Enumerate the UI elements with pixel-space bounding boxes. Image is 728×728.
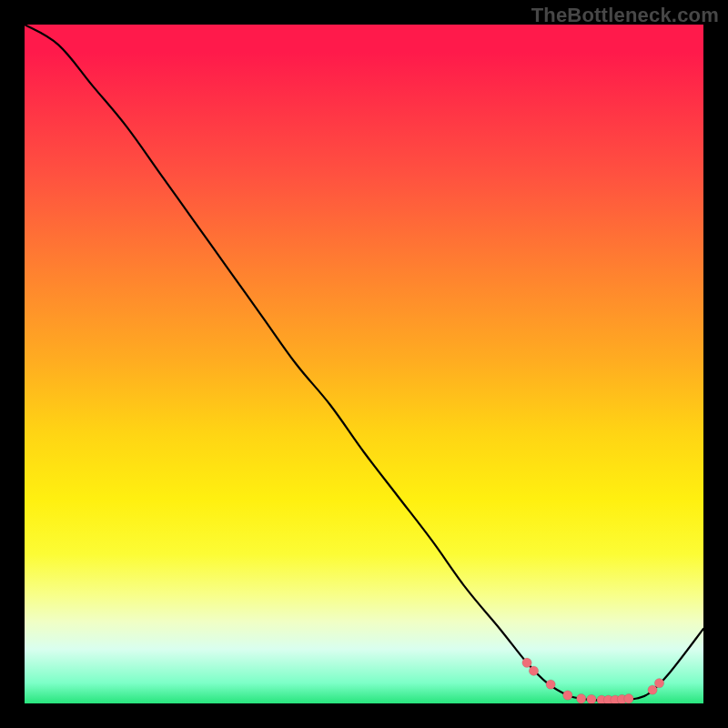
marker-dot	[624, 694, 633, 703]
marker-dot	[563, 691, 572, 700]
chart-frame: TheBottleneck.com	[0, 0, 728, 728]
marker-dot	[654, 678, 663, 687]
marker-dot	[587, 694, 596, 703]
marker-dot	[529, 666, 538, 675]
bottleneck-curve-path	[25, 25, 703, 701]
marker-dot	[546, 680, 555, 689]
plot-area	[25, 25, 703, 703]
watermark-text: TheBottleneck.com	[531, 4, 719, 27]
curve-svg	[25, 25, 703, 703]
marker-dot	[522, 658, 531, 667]
marker-dot	[577, 694, 586, 703]
